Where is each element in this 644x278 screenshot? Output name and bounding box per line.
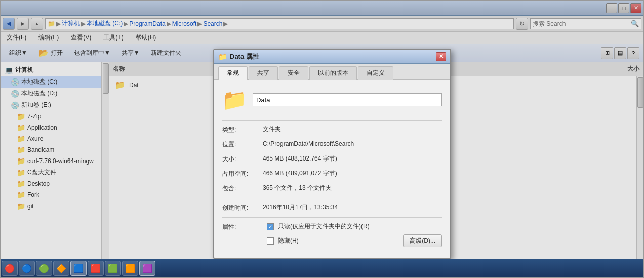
tab-previous[interactable]: 以前的版本 bbox=[309, 66, 357, 80]
taskbar-app-5[interactable]: 🟦 bbox=[70, 261, 87, 276]
size-label: 大小: bbox=[222, 154, 263, 164]
taskbar-app-3[interactable]: 🟢 bbox=[36, 261, 52, 276]
dialog-tabs: 常规 共享 安全 以前的版本 自定义 bbox=[214, 64, 450, 80]
sizeused-value: 466 MB (489,091,072 字节) bbox=[263, 169, 442, 178]
dialog-row-location: 位置: C:\ProgramData\Microsoft\Search bbox=[222, 139, 442, 149]
dialog-row-type: 类型: 文件夹 bbox=[222, 125, 442, 134]
type-label: 类型: bbox=[222, 125, 263, 134]
folder-large-icon: 📁 bbox=[222, 88, 247, 112]
dialog-overlay: 📁 Data 属性 ✕ 常规 共享 安全 以前的版本 自定义 📁 bbox=[1, 1, 643, 277]
tab-general[interactable]: 常规 bbox=[218, 66, 248, 80]
explorer-window: – □ ✕ ◀ ▶ ▲ 📁 ▶ 计算机 ▶ 本地磁盘 (C:) ▶ Progra… bbox=[0, 0, 644, 278]
dialog-row-created: 创建时间: 2016年10月17日，13:35:34 bbox=[222, 203, 442, 212]
readonly-checkbox[interactable]: ✓ bbox=[267, 223, 274, 230]
hidden-checkbox[interactable] bbox=[267, 237, 274, 245]
taskbar-app-1[interactable]: 🔴 bbox=[2, 261, 18, 276]
contains-value: 365 个文件，13 个文件夹 bbox=[263, 183, 442, 192]
divider-2 bbox=[222, 198, 442, 198]
taskbar-app-2[interactable]: 🔵 bbox=[19, 261, 35, 276]
taskbar-app-8[interactable]: 🟧 bbox=[122, 261, 138, 276]
divider-3 bbox=[222, 217, 442, 218]
folder-name-input[interactable] bbox=[253, 93, 442, 106]
dialog-title-bar: 📁 Data 属性 ✕ bbox=[214, 50, 450, 64]
hidden-spacer bbox=[222, 241, 263, 242]
type-value: 文件夹 bbox=[263, 125, 442, 134]
taskbar-app-7[interactable]: 🟩 bbox=[105, 261, 121, 276]
readonly-label: 只读(仅应用于文件夹中的文件)(R) bbox=[278, 222, 370, 231]
dialog-row-size: 大小: 465 MB (488,102,764 字节) bbox=[222, 154, 442, 164]
dialog-row-contains: 包含: 365 个文件，13 个文件夹 bbox=[222, 183, 442, 193]
taskbar-app-9[interactable]: 🟪 bbox=[139, 261, 155, 276]
size-value: 465 MB (488,102,764 字节) bbox=[263, 154, 442, 163]
hidden-label: 隐藏(H) bbox=[278, 236, 299, 245]
location-value: C:\ProgramData\Microsoft\Search bbox=[263, 139, 442, 148]
properties-dialog: 📁 Data 属性 ✕ 常规 共享 安全 以前的版本 自定义 📁 bbox=[213, 49, 451, 259]
location-label: 位置: bbox=[222, 139, 263, 149]
taskbar-app-4[interactable]: 🔶 bbox=[53, 261, 69, 276]
dialog-row-sizeused: 占用空间: 466 MB (489,091,072 字节) bbox=[222, 169, 442, 178]
dialog-title: Data 属性 bbox=[230, 52, 436, 61]
tab-sharing[interactable]: 共享 bbox=[249, 66, 278, 80]
created-label: 创建时间: bbox=[222, 203, 263, 212]
dialog-close-button[interactable]: ✕ bbox=[436, 52, 446, 61]
dialog-content: 📁 类型: 文件夹 位置: C:\ProgramData\Microsoft\S… bbox=[214, 80, 450, 258]
taskbar: 🔴 🔵 🟢 🔶 🟦 🟥 🟩 🟧 🟪 bbox=[1, 259, 643, 277]
attrs-label: 属性: bbox=[222, 222, 263, 231]
created-value: 2016年10月17日，13:35:34 bbox=[263, 203, 442, 212]
dialog-title-icon: 📁 bbox=[218, 53, 227, 61]
tab-security[interactable]: 安全 bbox=[279, 66, 308, 80]
dialog-attrs-row: 属性: ✓ 只读(仅应用于文件夹中的文件)(R) bbox=[222, 222, 442, 231]
sizeused-label: 占用空间: bbox=[222, 169, 263, 178]
advanced-button[interactable]: 高级(D)... bbox=[403, 234, 442, 247]
dialog-hidden-row: 隐藏(H) 高级(D)... bbox=[222, 234, 442, 247]
dialog-header-row: 📁 bbox=[222, 88, 442, 112]
taskbar-app-6[interactable]: 🟥 bbox=[88, 261, 104, 276]
contains-label: 包含: bbox=[222, 183, 263, 193]
tab-custom[interactable]: 自定义 bbox=[358, 66, 393, 80]
divider-1 bbox=[222, 120, 442, 121]
